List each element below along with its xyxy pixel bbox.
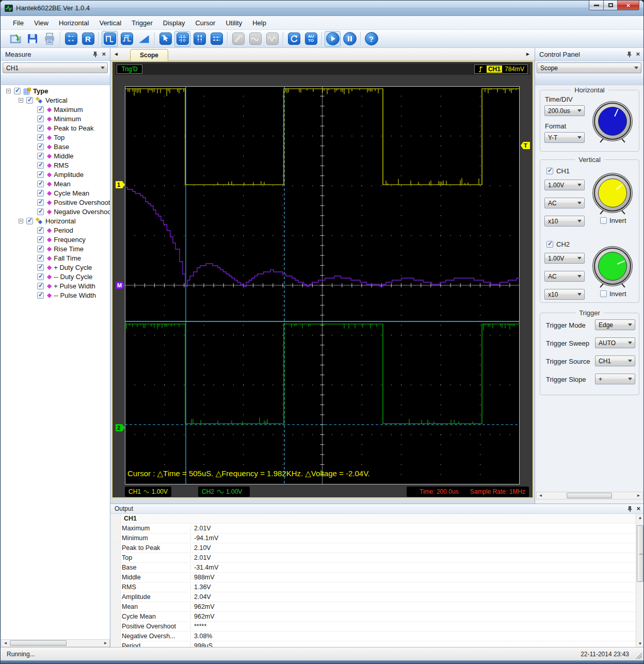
- measure-tree-item[interactable]: ◆ Rise Time: [1, 244, 110, 253]
- measure-item-checkbox[interactable]: [37, 190, 44, 197]
- ch2-scale-select[interactable]: 1.00V: [544, 253, 585, 264]
- measure-tree-item[interactable]: ◆ Period: [1, 225, 110, 235]
- graticule[interactable]: Cursor : △Time = 505uS. △Frequency = 1.9…: [125, 86, 520, 484]
- measure-item-checkbox[interactable]: [37, 162, 44, 169]
- pin-icon[interactable]: [627, 506, 632, 512]
- ch1-position-knob[interactable]: [594, 174, 631, 212]
- tree-node-horizontal[interactable]: − ◆◆ Horizontal: [1, 216, 110, 225]
- ch1-coupling-select[interactable]: AC: [544, 198, 585, 208]
- collapse-icon[interactable]: −: [19, 219, 23, 223]
- ch1-enable[interactable]: CH1: [546, 167, 570, 175]
- measure-tree-item[interactable]: ◆ Positive Overshoot: [1, 198, 110, 207]
- tree-node-type[interactable]: − Type: [1, 86, 110, 95]
- measure-item-checkbox[interactable]: [37, 264, 44, 271]
- measure-item-checkbox[interactable]: [37, 143, 44, 150]
- print-button[interactable]: [41, 31, 57, 47]
- ch2-zero-marker[interactable]: 2: [116, 424, 125, 431]
- measure-item-checkbox[interactable]: [37, 125, 44, 132]
- menu-item[interactable]: Trigger: [126, 17, 158, 29]
- minimize-button[interactable]: [589, 1, 604, 10]
- measure-item-checkbox[interactable]: [37, 171, 44, 178]
- measure-item-checkbox[interactable]: [37, 181, 44, 187]
- scrollbar-thumb[interactable]: [637, 525, 643, 582]
- measure-tree-item[interactable]: ◆ RMS: [1, 160, 110, 170]
- close-panel-icon[interactable]: ×: [636, 52, 640, 57]
- scroll-right-icon[interactable]: ►: [635, 493, 642, 498]
- scroll-up-icon[interactable]: ▲: [637, 514, 643, 522]
- timediv-select[interactable]: 200.0us: [544, 105, 585, 116]
- measure-tree-item[interactable]: ◆ Base: [1, 142, 110, 151]
- ramp-button[interactable]: [136, 31, 152, 47]
- pointer-button[interactable]: [157, 31, 173, 47]
- measure-horizontal-scrollbar[interactable]: ◄ ►: [1, 639, 110, 647]
- trigger-setting-select[interactable]: +: [595, 374, 635, 384]
- math-button[interactable]: + −× ÷: [63, 31, 79, 47]
- trigger-setting-select[interactable]: Edge: [595, 319, 635, 330]
- measure-item-checkbox[interactable]: [37, 116, 44, 122]
- pin-icon[interactable]: [92, 51, 98, 57]
- measure-tree-item[interactable]: ◆ Frequency: [1, 235, 110, 244]
- measure-channel-select[interactable]: CH1: [3, 62, 108, 73]
- menu-item[interactable]: Display: [158, 17, 190, 29]
- ch2-enable[interactable]: CH2: [546, 240, 570, 248]
- measure-tree-item[interactable]: ◆ + Pulse Width: [1, 281, 110, 290]
- tree-node-vertical[interactable]: − ◆◆ Vertical: [1, 95, 110, 105]
- scroll-down-icon[interactable]: ▼: [637, 640, 643, 647]
- measure-item-checkbox[interactable]: [37, 227, 44, 234]
- scroll-left-icon[interactable]: ◄: [537, 493, 544, 498]
- measure-tree-item[interactable]: ◆ -- Duty Cycle: [1, 272, 110, 281]
- measure-tree-item[interactable]: ◆ Top: [1, 133, 110, 142]
- trigger-setting-select[interactable]: AUTO: [595, 337, 635, 348]
- ch2-position-knob[interactable]: [594, 248, 631, 285]
- menu-item[interactable]: Cursor: [190, 17, 220, 29]
- close-panel-icon[interactable]: ×: [636, 506, 640, 511]
- ch2-coupling-select[interactable]: AC: [544, 271, 585, 282]
- ch1-zero-marker[interactable]: 1: [116, 181, 125, 188]
- measure-tree-item[interactable]: ◆ Cycle Mean: [1, 188, 110, 198]
- measure-tree-item[interactable]: ◆ Peak to Peak: [1, 123, 110, 133]
- ch1-invert-checkbox[interactable]: [600, 217, 607, 224]
- save-button[interactable]: [24, 31, 40, 47]
- timebase-knob[interactable]: [594, 103, 631, 140]
- ch1-checkbox[interactable]: [546, 168, 553, 174]
- menu-item[interactable]: View: [29, 17, 54, 29]
- horizontal-cursors-button[interactable]: [208, 31, 224, 47]
- collapse-icon[interactable]: −: [6, 89, 11, 93]
- measure-tree-item[interactable]: ◆ Negative Overshoot: [1, 207, 110, 216]
- measure-item-checkbox[interactable]: [37, 134, 44, 141]
- measure-tree-item[interactable]: ◆ -- Pulse Width: [1, 290, 110, 300]
- tab-scroll-right-icon[interactable]: ►: [525, 51, 530, 57]
- format-select[interactable]: Y-T: [544, 132, 585, 143]
- start-button[interactable]: [325, 31, 341, 47]
- measure-item-checkbox[interactable]: [37, 292, 44, 299]
- scroll-left-icon[interactable]: ◄: [2, 640, 9, 646]
- trigger-level-marker[interactable]: T: [521, 142, 530, 149]
- measure-item-checkbox[interactable]: [37, 106, 44, 113]
- grid-button[interactable]: [174, 31, 190, 47]
- measure-item-checkbox[interactable]: [37, 208, 44, 215]
- square-wave-button[interactable]: [102, 31, 118, 47]
- measure-tree-item[interactable]: ◆ Maximum: [1, 105, 110, 114]
- ch1-invert[interactable]: Invert: [600, 217, 626, 224]
- horizontal-checkbox[interactable]: [26, 218, 33, 224]
- measure-item-checkbox[interactable]: [37, 283, 44, 289]
- menu-item[interactable]: Horizontal: [54, 17, 94, 29]
- ch2-invert-checkbox[interactable]: [600, 290, 607, 297]
- ch1-scale-select[interactable]: 1.00V: [544, 180, 585, 190]
- close-panel-icon[interactable]: ×: [102, 52, 106, 57]
- output-vertical-scrollbar[interactable]: ▲ ▼: [636, 514, 644, 648]
- menu-item[interactable]: File: [8, 17, 29, 29]
- resize-grip[interactable]: [636, 653, 642, 659]
- help-button[interactable]: ?: [363, 31, 379, 47]
- measure-tree-item[interactable]: ◆ Fall Time: [1, 253, 110, 263]
- measure-item-checkbox[interactable]: [37, 273, 44, 280]
- ch2-checkbox[interactable]: [546, 241, 553, 248]
- measure-tree-item[interactable]: ◆ Minimum: [1, 114, 110, 123]
- panel-mode-select[interactable]: Scope: [537, 62, 641, 73]
- menu-item[interactable]: Help: [247, 17, 271, 29]
- title-bar[interactable]: Hantek6022BE Ver 1.0.4 ×: [1, 1, 643, 16]
- pulse-wave-button[interactable]: [119, 31, 135, 47]
- auto-setup-button[interactable]: AUTO: [303, 31, 319, 47]
- ch2-invert[interactable]: Invert: [600, 290, 626, 298]
- menu-item[interactable]: Vertical: [94, 17, 126, 29]
